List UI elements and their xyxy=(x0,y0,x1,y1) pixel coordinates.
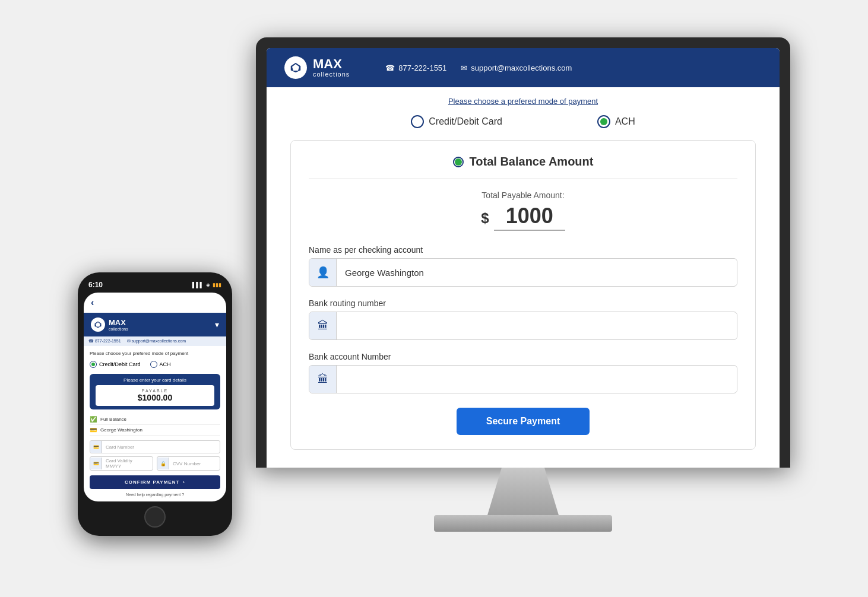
phone-body: Please choose your prefered mode of paym… xyxy=(84,346,226,501)
phone-logo-icon xyxy=(91,317,105,332)
phone-validity-row: 💳 Card Validity MM/YY xyxy=(90,456,153,471)
email-icon: ✉ xyxy=(461,63,467,72)
phone-cvv-placeholder[interactable]: CVV Number xyxy=(169,460,204,468)
arrow-icon: › xyxy=(183,479,185,485)
phone-menu-icon[interactable]: ▾ xyxy=(215,320,219,329)
phone-header: MAX collections ▾ xyxy=(84,313,226,336)
amount-value: 1000 xyxy=(494,204,565,231)
header-contact: ☎ 877-222-1551 ✉ support@maxcollections.… xyxy=(385,63,572,72)
phone: 6:10 ▌▌▌ ◈ ▮▮▮ ‹ xyxy=(78,272,232,536)
ach-label: ACH xyxy=(615,116,635,127)
ach-radio[interactable] xyxy=(597,115,610,128)
balance-radio[interactable] xyxy=(453,157,464,167)
phone-validity-icon: 💳 xyxy=(90,458,102,469)
phone-payable-box: PAYABLE $1000.00 xyxy=(96,385,214,406)
payment-card: Total Balance Amount Total Payable Amoun… xyxy=(290,140,756,450)
bank-routing-icon: 🏛 xyxy=(309,312,337,339)
ach-option[interactable]: ACH xyxy=(597,115,635,128)
phone-contact: ☎ 877-222-1551 xyxy=(385,63,446,72)
phone-payment-options: Credit/Debit Card ACH xyxy=(90,361,220,368)
phone-prompt: Please choose your prefered mode of paym… xyxy=(90,351,220,356)
wifi-icon: ◈ xyxy=(206,282,210,288)
monitor: MAX collections ☎ 877-222-1551 ✉ support… xyxy=(256,37,790,532)
phone-credit-option[interactable]: Credit/Debit Card xyxy=(90,361,141,368)
routing-input-wrapper: 🏛 xyxy=(309,312,737,340)
account-input-wrapper: 🏛 xyxy=(309,365,737,393)
routing-label: Bank routing number xyxy=(309,298,737,308)
total-payable-label: Total Payable Amount: xyxy=(309,190,737,200)
credit-debit-option[interactable]: Credit/Debit Card xyxy=(411,115,502,128)
brand-subtitle: collections xyxy=(313,71,350,78)
signal-icon: ▌▌▌ xyxy=(192,282,204,288)
phone-brand-sub: collections xyxy=(109,327,128,331)
phone-help-text: Need help regarding payment ? xyxy=(90,493,220,497)
phone-nav: ‹ xyxy=(84,293,226,313)
secure-payment-button[interactable]: Secure Payment xyxy=(457,408,590,435)
phone-icon: ☎ xyxy=(385,63,395,72)
phone-brand-name: MAX xyxy=(109,318,128,327)
logo: MAX collections xyxy=(284,56,350,79)
confirm-payment-button[interactable]: CONFIRM PAYMENT › xyxy=(90,475,220,489)
logo-icon xyxy=(284,56,307,79)
name-input[interactable] xyxy=(337,261,737,285)
phone-contact-bar: ☎ 877-222-1551 ✉ support@maxcollections.… xyxy=(84,336,226,346)
phone-items: ✅ Full Balance 💳 George Washington xyxy=(90,414,220,436)
back-button[interactable]: ‹ xyxy=(91,297,94,308)
payment-mode-prompt[interactable]: Please choose a prefered mode of payment xyxy=(290,97,756,106)
monitor-header: MAX collections ☎ 877-222-1551 ✉ support… xyxy=(267,48,780,87)
account-group: Bank account Number 🏛 xyxy=(309,352,737,393)
monitor-stand-neck xyxy=(487,468,559,515)
phone-card-number-placeholder[interactable]: Card Number xyxy=(102,443,138,451)
total-payable: Total Payable Amount: $ 1000 xyxy=(309,190,737,231)
phone-payable-amount: $1000.00 xyxy=(102,393,208,402)
bank-account-icon: 🏛 xyxy=(309,366,337,393)
account-label: Bank account Number xyxy=(309,352,737,361)
phone-credit-label: Credit/Debit Card xyxy=(99,361,141,367)
list-item: ✅ Full Balance xyxy=(90,414,220,425)
payment-options: Credit/Debit Card ACH xyxy=(290,115,756,128)
name-label: Name as per checking account xyxy=(309,245,737,255)
list-item: 💳 George Washington xyxy=(90,425,220,436)
phone-enter-card-text: Please enter your card details xyxy=(96,377,214,383)
phone-cvv-row: 🔒 CVV Number xyxy=(157,456,220,471)
name-text: George Washington xyxy=(100,427,142,433)
phone-time: 6:10 xyxy=(88,281,103,289)
phone-status-bar: 6:10 ▌▌▌ ◈ ▮▮▮ xyxy=(84,281,226,293)
battery-icon: ▮▮▮ xyxy=(213,282,221,288)
credit-debit-radio[interactable] xyxy=(411,115,424,128)
phone-logo-text: MAX collections xyxy=(109,318,128,331)
phone-card-icon: 💳 xyxy=(90,441,102,453)
routing-group: Bank routing number 🏛 xyxy=(309,298,737,340)
name-group: Name as per checking account 👤 xyxy=(309,245,737,287)
routing-input[interactable] xyxy=(337,314,737,338)
check-icon: ✅ xyxy=(90,416,97,423)
phone-status-icons: ▌▌▌ ◈ ▮▮▮ xyxy=(192,282,221,288)
phone-ach-label: ACH xyxy=(160,361,171,367)
phone-validity-cvv: 💳 Card Validity MM/YY 🔒 CVV Number xyxy=(90,456,220,471)
full-balance-text: Full Balance xyxy=(100,417,126,422)
phone-home-button[interactable] xyxy=(144,506,166,528)
phone-cvv-icon: 🔒 xyxy=(157,458,169,469)
balance-header: Total Balance Amount xyxy=(309,155,737,179)
phone-logo: MAX collections xyxy=(91,317,128,332)
monitor-body: Please choose a prefered mode of payment… xyxy=(267,87,780,468)
credit-debit-label: Credit/Debit Card xyxy=(429,116,502,127)
logo-text: MAX collections xyxy=(313,58,350,78)
balance-title: Total Balance Amount xyxy=(470,155,594,169)
monitor-stand-base xyxy=(434,515,612,532)
phone-credit-radio[interactable] xyxy=(90,361,97,368)
phone-validity-placeholder[interactable]: Card Validity MM/YY xyxy=(102,457,153,470)
phone-ach-option[interactable]: ACH xyxy=(150,361,171,368)
account-input[interactable] xyxy=(337,367,737,392)
email-contact: ✉ support@maxcollections.com xyxy=(461,63,572,72)
brand-name: MAX xyxy=(313,58,350,71)
phone-card-number-row: 💳 Card Number xyxy=(90,440,220,453)
phone-screen: ‹ MAX collections xyxy=(84,293,226,501)
person-icon: 👤 xyxy=(309,259,337,286)
phone-email-contact: ✉ support@maxcollections.com xyxy=(127,339,186,344)
card-icon: 💳 xyxy=(90,427,97,433)
currency-symbol: $ xyxy=(481,210,489,227)
phone-ach-radio[interactable] xyxy=(150,361,157,368)
phone-payable-label: PAYABLE xyxy=(102,389,208,393)
name-input-wrapper: 👤 xyxy=(309,258,737,287)
